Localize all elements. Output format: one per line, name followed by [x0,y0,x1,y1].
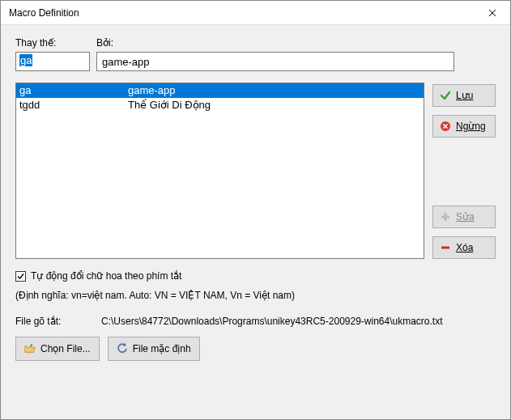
folder-open-icon [24,343,36,354]
list-item[interactable]: tgdd Thế Giới Di Động [16,98,424,112]
auto-case-label: Tự động đổi chữ hoa theo phím tắt [31,270,181,282]
default-file-button[interactable]: File mặc định [108,337,200,361]
list-item-key: tgdd [19,98,128,112]
choose-file-button[interactable]: Chọn File... [15,337,100,361]
side-buttons: Lưu Ngừng Sửa [432,83,496,259]
minus-icon [440,242,451,253]
list-item-key: ga [19,83,128,98]
file-path: C:\Users\84772\Downloads\Programs\unikey… [101,316,496,327]
list-item-value: game-app [128,83,420,98]
cancel-icon [440,121,451,132]
window-title: Macro Definition [9,7,79,19]
edit-button-label: Sửa [456,211,475,223]
macro-list[interactable]: ga game-app tgdd Thế Giới Di Động [15,83,424,259]
refresh-icon [117,343,128,354]
list-item-value: Thế Giới Di Động [128,98,420,112]
close-button[interactable] [474,1,510,25]
close-icon [487,7,498,19]
replace-label: Thay thế: [15,37,96,49]
choose-file-label: Chọn File... [40,343,91,354]
replace-input[interactable]: ga [15,52,90,71]
save-button-label: Lưu [456,90,473,101]
stop-button[interactable]: Ngừng [432,115,496,138]
svg-rect-1 [441,247,449,249]
hint-text: (Định nghĩa: vn=việt nam. Auto: VN = VIỆ… [15,290,496,301]
edit-button[interactable]: Sửa [432,206,496,228]
macro-definition-dialog: Macro Definition Thay thế: Bởi: ga ga ga… [0,0,511,420]
delete-button[interactable]: Xóa [432,236,496,259]
titlebar: Macro Definition [1,1,510,25]
default-file-label: File mặc định [133,343,191,354]
save-button[interactable]: Lưu [432,84,496,107]
content-area: Thay thế: Bởi: ga ga game-app tgdd Thế G… [1,25,510,369]
with-input[interactable] [96,52,454,71]
delete-button-label: Xóa [456,242,473,253]
auto-case-checkbox[interactable] [15,271,26,282]
file-label: File gõ tắt: [15,316,101,327]
list-item[interactable]: ga game-app [16,83,424,98]
stop-button-label: Ngừng [456,121,486,132]
with-label: Bởi: [96,37,113,49]
plus-icon [440,211,451,223]
check-icon [440,90,451,101]
